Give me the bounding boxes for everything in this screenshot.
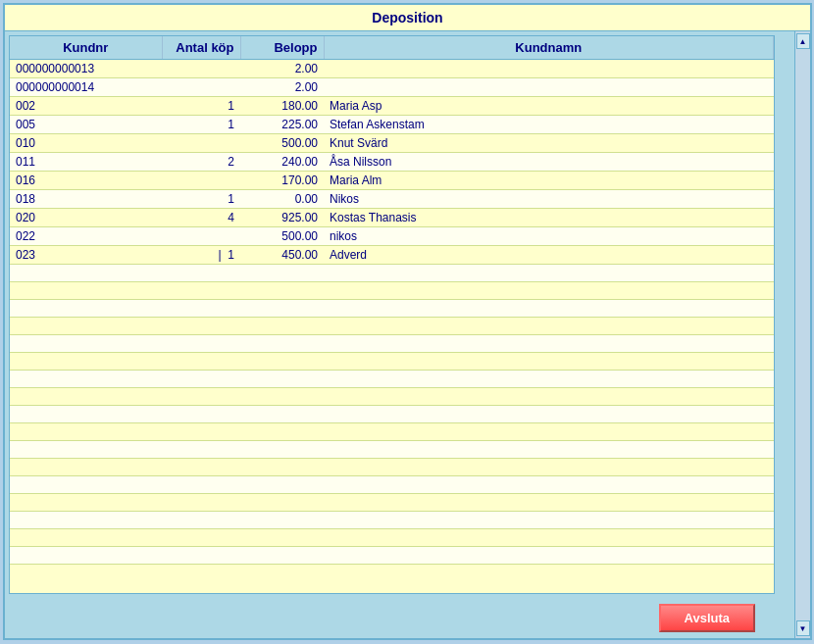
cell-antal	[162, 134, 240, 153]
cell-antal: 4	[162, 209, 240, 227]
cell-kundnr: 016	[10, 172, 162, 190]
cell-antal: 2	[162, 153, 240, 172]
cell-kundnr: 022	[10, 227, 162, 246]
cell-belopp: 225.00	[240, 116, 324, 134]
scroll-down-button[interactable]: ▼	[796, 620, 810, 636]
cell-antal: | 1	[162, 246, 240, 265]
cell-belopp: 170.00	[240, 172, 324, 190]
title-bar: Deposition	[5, 5, 810, 31]
table-row[interactable]: 022500.00nikos	[10, 227, 774, 246]
empty-row	[10, 388, 774, 406]
table-row[interactable]: 016170.00Maria Alm	[10, 172, 774, 190]
content-area: Kundnr Antal köp Belopp Kundnamn 0000000…	[5, 31, 779, 638]
window-title: Deposition	[372, 10, 442, 25]
cell-kundnr: 023	[10, 246, 162, 265]
cell-belopp: 2.00	[240, 78, 324, 97]
cell-kundnr: 000000000013	[10, 60, 162, 78]
cell-kundnamn: Kostas Thanasis	[324, 209, 774, 227]
table-row[interactable]: 0000000000132.00	[10, 60, 774, 78]
cell-kundnamn: Knut Svärd	[324, 134, 774, 153]
cell-kundnamn: Stefan Askenstam	[324, 116, 774, 134]
footer: Avsluta	[5, 598, 779, 638]
empty-row	[10, 423, 774, 441]
cell-kundnr: 010	[10, 134, 162, 153]
table-row[interactable]: 0021180.00Maria Asp	[10, 97, 774, 116]
scroll-up-button[interactable]: ▲	[796, 33, 810, 49]
col-header-belopp: Belopp	[240, 36, 324, 60]
cell-belopp: 240.00	[240, 153, 324, 172]
cell-belopp: 500.00	[240, 227, 324, 246]
cell-antal: 1	[162, 116, 240, 134]
cell-kundnr: 002	[10, 97, 162, 116]
col-header-kundnamn: Kundnamn	[324, 36, 774, 60]
empty-row	[10, 335, 774, 353]
main-window: Deposition Kundnr Antal köp Belopp Kundn…	[3, 3, 812, 640]
table-row[interactable]: 010500.00Knut Svärd	[10, 134, 774, 153]
cell-antal	[162, 172, 240, 190]
empty-row	[10, 476, 774, 494]
cell-kundnr: 005	[10, 116, 162, 134]
cell-antal	[162, 60, 240, 78]
cell-belopp: 450.00	[240, 246, 324, 265]
col-header-kundnr: Kundnr	[10, 36, 162, 60]
cell-kundnamn	[324, 78, 774, 97]
cell-kundnamn: nikos	[324, 227, 774, 246]
empty-row	[10, 547, 774, 565]
cell-kundnamn: Åsa Nilsson	[324, 153, 774, 172]
cell-belopp: 0.00	[240, 190, 324, 209]
table-row[interactable]: 0000000000142.00	[10, 78, 774, 97]
empty-row	[10, 300, 774, 318]
empty-row	[10, 353, 774, 371]
table-row[interactable]: 0204925.00Kostas Thanasis	[10, 209, 774, 227]
cell-kundnr: 018	[10, 190, 162, 209]
empty-row	[10, 529, 774, 547]
cell-kundnamn: Adverd	[324, 246, 774, 265]
cell-kundnr: 011	[10, 153, 162, 172]
empty-row	[10, 371, 774, 388]
cell-kundnr: 020	[10, 209, 162, 227]
empty-row	[10, 459, 774, 476]
cell-kundnr: 000000000014	[10, 78, 162, 97]
avsluta-button[interactable]: Avsluta	[659, 604, 755, 632]
cell-kundnamn: Maria Alm	[324, 172, 774, 190]
cell-kundnamn: Nikos	[324, 190, 774, 209]
table-row[interactable]: 01810.00Nikos	[10, 190, 774, 209]
cell-antal	[162, 78, 240, 97]
empty-row	[10, 265, 774, 282]
table-container: Kundnr Antal köp Belopp Kundnamn 0000000…	[9, 35, 775, 594]
col-header-antal: Antal köp	[162, 36, 240, 60]
empty-row	[10, 512, 774, 529]
empty-row	[10, 494, 774, 512]
cell-belopp: 180.00	[240, 97, 324, 116]
cell-kundnamn: Maria Asp	[324, 97, 774, 116]
cell-antal	[162, 227, 240, 246]
empty-row	[10, 318, 774, 335]
table-row[interactable]: 023| 1450.00Adverd	[10, 246, 774, 265]
table-row[interactable]: 0112240.00Åsa Nilsson	[10, 153, 774, 172]
cell-antal: 1	[162, 190, 240, 209]
cell-kundnamn	[324, 60, 774, 78]
table-row[interactable]: 0051225.00Stefan Askenstam	[10, 116, 774, 134]
empty-row	[10, 406, 774, 423]
cell-antal: 1	[162, 97, 240, 116]
cell-belopp: 2.00	[240, 60, 324, 78]
cell-belopp: 500.00	[240, 134, 324, 153]
empty-row	[10, 441, 774, 459]
cell-belopp: 925.00	[240, 209, 324, 227]
empty-row	[10, 282, 774, 300]
